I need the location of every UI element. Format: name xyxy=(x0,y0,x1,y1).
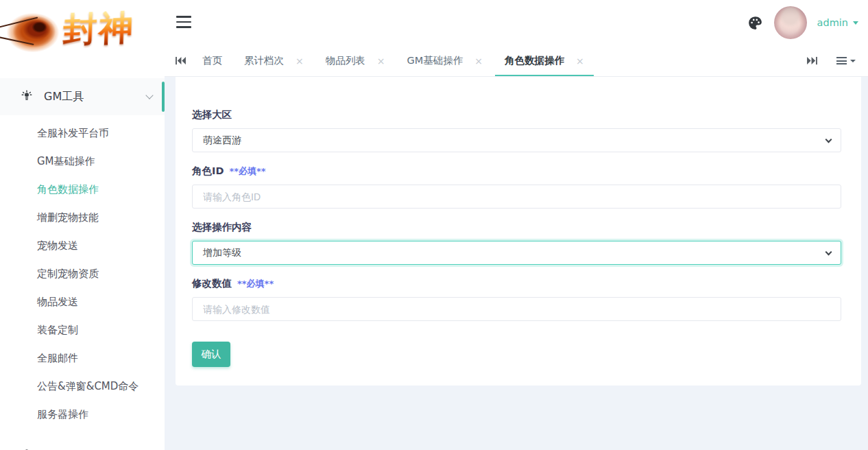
region-label: 选择大区 xyxy=(192,108,232,121)
theme-palette-icon[interactable] xyxy=(747,14,764,32)
logo-beast-icon xyxy=(0,4,64,59)
tabbar: 首页 累计档次 × 物品列表 × GM基础操作 × 角色数据操作 × xyxy=(165,45,868,77)
operation-select-value: 增加等级 xyxy=(203,247,241,259)
chevron-down-icon xyxy=(825,137,832,143)
confirm-button[interactable]: 确认 xyxy=(192,342,230,367)
lamp-icon xyxy=(21,89,33,104)
chevron-down-icon xyxy=(850,60,856,62)
sidebar-item-server-mail[interactable]: 全服邮件 xyxy=(0,344,165,372)
chevron-down-icon xyxy=(853,21,858,25)
sidebar-toggle-button[interactable] xyxy=(176,16,193,29)
region-select[interactable]: 萌途西游 xyxy=(192,128,841,152)
sidebar-item-pet-send[interactable]: 宠物发送 xyxy=(0,232,165,260)
topbar: admin xyxy=(165,0,868,45)
form-group-role-id: 角色ID **必填** xyxy=(192,165,845,209)
app-logo: 封神 xyxy=(0,0,165,69)
operation-select[interactable]: 增加等级 xyxy=(192,241,841,265)
modify-value-input[interactable] xyxy=(192,297,841,321)
logo-title: 封神 xyxy=(62,9,165,47)
close-tab-icon[interactable]: × xyxy=(377,56,385,66)
close-tab-icon[interactable]: × xyxy=(296,56,304,66)
form-group-region: 选择大区 萌途西游 xyxy=(192,108,845,152)
tab-gm-basic-ops[interactable]: GM基础操作 × xyxy=(397,45,492,76)
sidebar-section-server-management[interactable]: 服务器管理 xyxy=(0,438,165,450)
list-icon xyxy=(836,55,847,66)
modify-value-label: 修改数值 xyxy=(192,277,232,290)
required-hint: **必填** xyxy=(229,165,265,178)
sidebar-item-pet-skills[interactable]: 增删宠物技能 xyxy=(0,204,165,232)
active-section-indicator xyxy=(162,82,165,112)
form-group-operation: 选择操作内容 增加等级 xyxy=(192,221,845,265)
region-select-value: 萌途西游 xyxy=(203,134,241,147)
sidebar-item-announce-cmd[interactable]: 公告&弹窗&CMD命令 xyxy=(0,372,165,401)
sidebar-section-gm-tools[interactable]: GM工具 xyxy=(0,78,165,115)
operation-label: 选择操作内容 xyxy=(192,221,252,234)
tab-item-list[interactable]: 物品列表 × xyxy=(316,45,395,76)
role-id-label: 角色ID xyxy=(192,165,224,178)
username-label: admin xyxy=(817,17,848,28)
form-card: 选择大区 萌途西游 角色ID **必填** 选择操作内容 增加等级 xyxy=(176,77,861,386)
close-tab-icon[interactable]: × xyxy=(576,56,584,66)
form-group-modify-value: 修改数值 **必填** xyxy=(192,277,845,321)
sidebar: 封神 GM工具 全服补发平台币 GM基础操作 角色数据操作 增删宠物技能 宠物发… xyxy=(0,0,165,450)
role-id-input[interactable] xyxy=(192,185,841,209)
tabs-scroll-right-button[interactable] xyxy=(796,56,821,65)
chevron-down-icon xyxy=(145,91,153,99)
tab-role-data-ops[interactable]: 角色数据操作 × xyxy=(495,45,594,76)
required-hint: **必填** xyxy=(237,278,274,290)
sidebar-item-server-ops[interactable]: 服务器操作 xyxy=(0,401,165,429)
tab-cumulative-tier[interactable]: 累计档次 × xyxy=(234,45,313,76)
chevron-down-icon xyxy=(825,249,832,256)
sidebar-item-gm-basic-ops[interactable]: GM基础操作 xyxy=(0,147,165,176)
user-avatar[interactable] xyxy=(774,6,807,39)
sidebar-item-role-data-ops[interactable]: 角色数据操作 xyxy=(0,176,165,204)
sidebar-section-label: GM工具 xyxy=(44,90,136,104)
sidebar-item-equip-custom[interactable]: 装备定制 xyxy=(0,316,165,344)
sidebar-item-item-send[interactable]: 物品发送 xyxy=(0,288,165,316)
close-tab-icon[interactable]: × xyxy=(474,56,483,66)
sidebar-item-platform-coin[interactable]: 全服补发平台币 xyxy=(0,119,165,147)
sidebar-menu: 全服补发平台币 GM基础操作 角色数据操作 增删宠物技能 宠物发送 定制宠物资质… xyxy=(0,115,165,429)
tab-list-menu-button[interactable] xyxy=(836,55,856,66)
tabs-scroll-left-button[interactable] xyxy=(165,56,190,65)
tab-home[interactable]: 首页 xyxy=(193,45,232,76)
sidebar-item-pet-aptitude[interactable]: 定制宠物资质 xyxy=(0,260,165,288)
user-menu[interactable]: admin xyxy=(817,17,858,28)
main-content: 选择大区 萌途西游 角色ID **必填** 选择操作内容 增加等级 xyxy=(165,77,868,450)
